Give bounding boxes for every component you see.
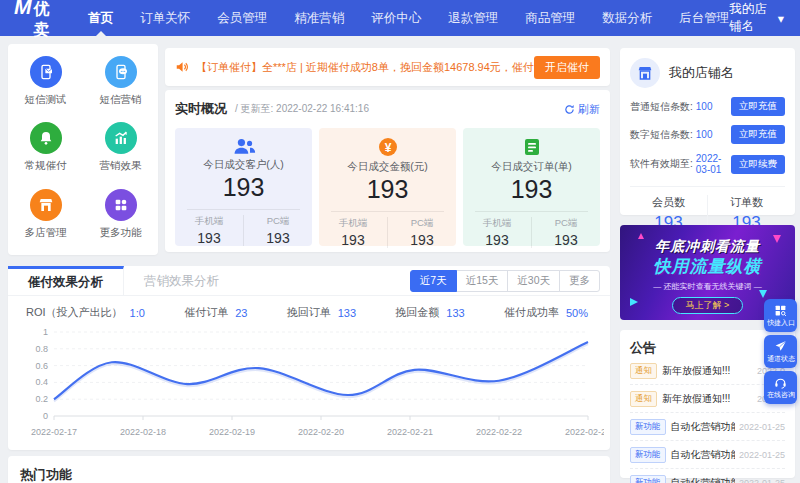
svg-text:1: 1 — [43, 327, 48, 337]
svg-text:2022-02-23: 2022-02-23 — [565, 427, 604, 437]
tool-label: 营销效果 — [83, 159, 158, 173]
recharge-button[interactable]: 立即充值 — [731, 97, 785, 116]
notice-tag: 新功能 — [630, 475, 666, 483]
kpi-reminder-orders: 23 — [235, 307, 247, 319]
order-doc-icon — [463, 137, 600, 157]
date-range-filters: 近7天 近15天 近30天 更多 — [411, 266, 600, 295]
yen-coin-icon: ¥ — [319, 137, 456, 157]
tool-payment-reminder[interactable]: 常规催付 — [8, 122, 83, 188]
bell-icon — [30, 122, 62, 154]
logo-mark: M — [14, 0, 32, 19]
notice-item[interactable]: 新功能 自动化营销功能上线 2022-01-25 — [630, 441, 785, 469]
store-icon — [30, 189, 62, 221]
filter-7d-button[interactable]: 近7天 — [410, 270, 457, 292]
section-title: 公告 — [630, 339, 785, 357]
banner-subheadline: 快用流量纵横 — [620, 255, 795, 278]
svg-text:0: 0 — [43, 411, 48, 421]
renew-button[interactable]: 立即续费 — [731, 155, 785, 174]
chevron-down-icon: ▾ — [778, 11, 784, 26]
tab-marketing-analysis[interactable]: 营销效果分析 — [124, 266, 239, 295]
banner-decoration — [638, 233, 644, 239]
sms-marketing-icon — [105, 56, 137, 88]
tool-more-features[interactable]: 更多功能 — [83, 189, 158, 255]
updated-at-text: / 更新至: 2022-02-22 16:41:16 — [235, 102, 369, 116]
tool-label: 短信营销 — [83, 93, 158, 107]
start-reminder-button[interactable]: 开启催付 — [534, 56, 600, 79]
main-nav: 首页 订单关怀 会员管理 精准营销 评价中心 退款管理 商品管理 数据分析 后台… — [88, 0, 729, 36]
logo-text: 优卖 — [34, 0, 55, 41]
svg-text:0.6: 0.6 — [35, 361, 48, 371]
section-title: 热门功能 — [20, 466, 598, 483]
nav-item-order-care[interactable]: 订单关怀 — [140, 0, 190, 36]
section-title: 实时概况 — [175, 100, 227, 118]
quick-entry-button[interactable]: 快捷入口 — [764, 299, 797, 332]
kpi-recovered-amount: 133 — [446, 307, 464, 319]
app-logo[interactable]: M 优卖 — [14, 0, 54, 41]
nav-item-marketing[interactable]: 精准营销 — [294, 0, 344, 36]
notice-tag: 通知 — [630, 363, 657, 379]
expiry-row: 软件有效期至: 2022-03-01 立即续费 — [630, 153, 785, 175]
announcement-bar: 【订单催付】全***店 | 近期催付成功8单，挽回金额14678.94元，催付成… — [165, 48, 610, 86]
notice-tag: 通知 — [630, 391, 657, 407]
speaker-icon — [175, 60, 189, 74]
stat-value: 193 — [319, 175, 456, 204]
stat-card-customers: 今日成交客户(人) 193 手机端193 PC端193 — [175, 128, 312, 246]
svg-text:0.2: 0.2 — [35, 394, 48, 404]
channel-status-button[interactable]: 通道状态 — [764, 335, 797, 368]
tool-label: 多店管理 — [8, 226, 83, 240]
digital-sms-row: 数字短信条数: 100 立即充值 — [630, 125, 785, 144]
notice-item[interactable]: 新功能 自动化营销功能上线 2022-01-25 — [630, 469, 785, 483]
my-shop-card: 我的店铺名 普通短信条数: 100 立即充值 数字短信条数: 100 立即充值 … — [620, 48, 795, 215]
nav-item-products[interactable]: 商品管理 — [525, 0, 575, 36]
realtime-overview-card: 实时概况 / 更新至: 2022-02-22 16:41:16 刷新 今日成交客… — [165, 90, 610, 252]
tool-label: 更多功能 — [83, 226, 158, 240]
online-support-button[interactable]: 在线咨询 — [764, 371, 797, 404]
roi-trend-chart: 00.20.40.60.812022-02-172022-02-182022-0… — [14, 324, 604, 442]
grid-icon — [105, 189, 137, 221]
tool-label: 短信测试 — [8, 93, 83, 107]
headset-icon — [774, 376, 787, 389]
shop-name: 我的店铺名 — [669, 64, 734, 82]
nav-item-reviews[interactable]: 评价中心 — [371, 0, 421, 36]
svg-text:0.8: 0.8 — [35, 344, 48, 354]
filter-30d-button[interactable]: 近30天 — [507, 270, 560, 292]
banner-decoration — [630, 298, 638, 306]
recharge-button[interactable]: 立即充值 — [731, 125, 785, 144]
filter-more-button[interactable]: 更多 — [559, 270, 600, 292]
notice-item[interactable]: 通知 新年放假通知!!! 2022-0 — [630, 385, 785, 413]
storefront-icon — [630, 58, 660, 88]
kpi-recovered-orders: 133 — [338, 307, 356, 319]
effect-analysis-card: 催付效果分析 营销效果分析 近7天 近15天 近30天 更多 ROI（投入产出比… — [8, 266, 610, 450]
shop-dropdown-label: 我的店铺名 — [729, 1, 773, 35]
nav-item-home[interactable]: 首页 — [88, 0, 113, 36]
nav-item-admin[interactable]: 后台管理 — [679, 0, 729, 36]
kpi-success-rate: 50% — [566, 307, 588, 319]
announcement-text: 【订单催付】全***店 | 近期催付成功8单，挽回金额14678.94元，催付成… — [196, 60, 534, 75]
nav-item-analytics[interactable]: 数据分析 — [602, 0, 652, 36]
tool-multi-store[interactable]: 多店管理 — [8, 189, 83, 255]
shop-dropdown[interactable]: 我的店铺名 ▾ — [729, 1, 784, 35]
svg-text:2022-02-18: 2022-02-18 — [120, 427, 166, 437]
tool-marketing-effect[interactable]: 营销效果 — [83, 122, 158, 188]
tab-reminder-analysis[interactable]: 催付效果分析 — [8, 266, 124, 295]
svg-text:2022-02-19: 2022-02-19 — [209, 427, 255, 437]
top-navbar: M 优卖 首页 订单关怀 会员管理 精准营销 评价中心 退款管理 商品管理 数据… — [0, 0, 800, 36]
svg-text:2022-02-20: 2022-02-20 — [298, 427, 344, 437]
learn-more-button[interactable]: 马上了解 > — [672, 297, 744, 314]
nav-item-refunds[interactable]: 退款管理 — [448, 0, 498, 36]
tool-sms-test[interactable]: 短信测试 — [8, 56, 83, 122]
nav-item-members[interactable]: 会员管理 — [217, 0, 267, 36]
svg-text:0.4: 0.4 — [35, 377, 48, 387]
quick-entry-icon — [774, 304, 787, 317]
banner-decoration — [759, 290, 767, 298]
refresh-button[interactable]: 刷新 — [564, 102, 600, 117]
svg-text:2022-02-17: 2022-02-17 — [31, 427, 77, 437]
stat-value: 193 — [463, 175, 600, 204]
notice-item[interactable]: 通知 新年放假通知!!! 2022-0 — [630, 357, 785, 385]
refresh-icon — [564, 104, 575, 115]
svg-text:2022-02-21: 2022-02-21 — [387, 427, 433, 437]
filter-15d-button[interactable]: 近15天 — [456, 270, 509, 292]
analysis-tabs: 催付效果分析 营销效果分析 近7天 近15天 近30天 更多 — [8, 266, 610, 296]
tool-sms-marketing[interactable]: 短信营销 — [83, 56, 158, 122]
notice-item[interactable]: 新功能 自动化营销功能上线 2022-01-25 — [630, 413, 785, 441]
